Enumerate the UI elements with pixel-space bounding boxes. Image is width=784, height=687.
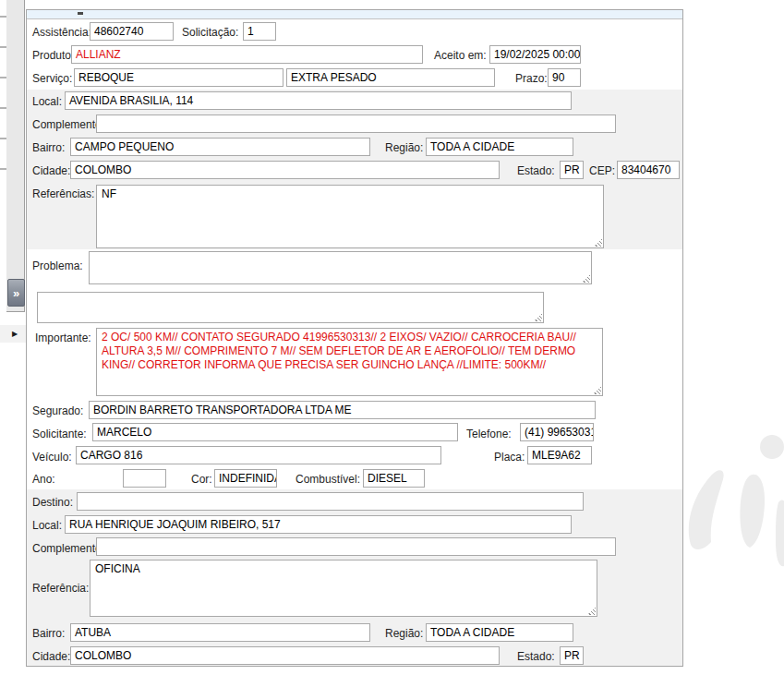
splitter-tick	[0, 16, 6, 18]
bairro-origem-field[interactable]: CAMPO PEQUENO	[70, 138, 370, 156]
estado-destino-label: Estado:	[517, 649, 555, 664]
cidade-origem-label: Cidade:	[32, 163, 70, 178]
expand-arrow-icon[interactable]: ▶	[12, 330, 18, 338]
placa-field[interactable]: MLE9A62	[527, 446, 592, 464]
prazo-label: Prazo:	[515, 71, 548, 86]
destino-label: Destino:	[32, 495, 73, 510]
solicitacao-field[interactable]: 1	[243, 22, 276, 41]
problema-label: Problema:	[32, 259, 83, 273]
local-destino-label: Local:	[32, 518, 62, 533]
solicitante-field[interactable]: MARCELO	[92, 423, 458, 441]
destino-field[interactable]	[77, 492, 584, 511]
produto-field[interactable]: ALLIANZ	[71, 45, 423, 64]
watermark-logo	[683, 406, 784, 619]
cep-label: CEP:	[589, 163, 615, 178]
telefone-field[interactable]: (41) 996530313	[520, 423, 594, 441]
cor-field[interactable]: INDEFINIDA	[214, 469, 277, 488]
importante-label: Importante:	[35, 331, 91, 345]
referencia-destino-textarea[interactable]: OFICINA	[90, 560, 597, 617]
estado-destino-field[interactable]: PR	[560, 646, 584, 665]
splitter-tick	[0, 107, 6, 109]
segurado-label: Segurado:	[32, 404, 83, 418]
referencia-destino-label: Referência:	[32, 581, 89, 596]
aceito-em-field[interactable]: 19/02/2025 00:00	[489, 45, 581, 64]
bairro-destino-field[interactable]: ATUBA	[70, 623, 370, 642]
chevron-right-icon: »	[13, 286, 19, 300]
local-origem-field[interactable]: AVENIDA BRASILIA, 114	[65, 91, 572, 110]
importante-textarea[interactable]: 2 OC/ 500 KM// CONTATO SEGURADO 41996530…	[96, 328, 603, 396]
produto-label: Produto:	[32, 48, 74, 63]
referencias-label: Referências:	[32, 187, 94, 201]
regiao-origem-field[interactable]: TODA A CIDADE	[426, 138, 573, 156]
veiculo-field[interactable]: CARGO 816	[76, 446, 441, 464]
referencias-textarea[interactable]: NF	[96, 185, 604, 248]
regiao-origem-label: Região:	[385, 140, 423, 155]
segurado-field[interactable]: BORDIN BARRETO TRANSPORTADORA LTDA ME	[89, 401, 596, 419]
assistencia-field[interactable]: 48602740	[90, 22, 174, 41]
splitter-tick	[0, 138, 6, 139]
complemento-destino-field[interactable]	[96, 537, 616, 556]
collapsed-sidebar-panel	[6, 0, 25, 312]
combustivel-field[interactable]: DIESEL	[363, 469, 425, 488]
servico-field[interactable]: REBOQUE	[74, 68, 283, 87]
telefone-label: Telefone:	[466, 427, 512, 441]
veiculo-label: Veículo:	[32, 450, 72, 464]
problema-textarea[interactable]	[89, 251, 592, 284]
splitter-tick	[0, 46, 6, 48]
local-destino-field[interactable]: RUA HENRIQUE JOAQUIM RIBEIRO, 517	[65, 515, 572, 534]
regiao-destino-field[interactable]: TODA A CIDADE	[426, 623, 573, 642]
ano-field[interactable]	[123, 469, 166, 488]
solicitante-label: Solicitante:	[32, 427, 87, 441]
complemento-origem-field[interactable]	[96, 114, 616, 133]
prazo-field[interactable]: 90	[548, 68, 581, 87]
servico-tipo-field[interactable]: EXTRA PESADO	[286, 68, 495, 87]
splitter-tick	[0, 77, 6, 78]
ano-label: Ano:	[32, 472, 55, 487]
estado-origem-label: Estado:	[517, 163, 555, 178]
assistencia-label: Assistência:	[32, 25, 91, 40]
splitter-tick	[0, 168, 6, 170]
cor-label: Cor:	[191, 472, 212, 487]
bairro-origem-label: Bairro:	[32, 140, 65, 155]
regiao-destino-label: Região:	[385, 626, 423, 641]
servico-label: Serviço:	[32, 71, 72, 86]
complemento-destino-label: Complemento:	[32, 541, 104, 556]
placa-label: Placa:	[494, 450, 525, 464]
local-origem-label: Local:	[32, 94, 62, 109]
combustivel-label: Combustível:	[296, 472, 360, 487]
panel-titlebar	[27, 10, 682, 19]
cidade-destino-label: Cidade:	[32, 649, 70, 664]
titlebar-artifact	[78, 12, 83, 15]
aceito-em-label: Aceito em:	[434, 48, 487, 63]
sidebar-expand-button[interactable]: »	[7, 279, 25, 307]
observacao-textarea[interactable]	[37, 292, 544, 323]
cidade-origem-field[interactable]: COLOMBO	[70, 161, 500, 179]
solicitacao-label: Solicitação:	[182, 25, 238, 40]
bairro-destino-label: Bairro:	[32, 626, 65, 641]
complemento-origem-label: Complemento:	[32, 117, 104, 132]
estado-origem-field[interactable]: PR	[560, 161, 584, 179]
cep-field[interactable]: 83404670	[617, 161, 680, 179]
cidade-destino-field[interactable]: COLOMBO	[70, 646, 500, 665]
app-window: » ▶ Assistência: 48602740 Solicitação: 1…	[0, 0, 784, 687]
